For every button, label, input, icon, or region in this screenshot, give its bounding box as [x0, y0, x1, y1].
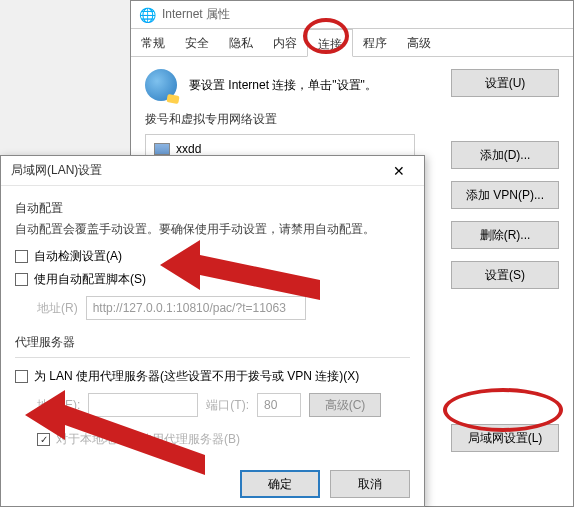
auto-detect-checkbox[interactable] [15, 250, 28, 263]
bypass-local-label: 对于本地地址不使用代理服务器(B) [56, 431, 240, 448]
globe-icon: 🌐 [139, 7, 156, 23]
setup-button[interactable]: 设置(U) [451, 69, 559, 97]
auto-detect-label: 自动检测设置(A) [34, 248, 122, 265]
tab-6[interactable]: 高级 [397, 29, 441, 56]
proxy-port-input[interactable] [257, 393, 301, 417]
tab-0[interactable]: 常规 [131, 29, 175, 56]
lan-settings-dialog: 局域网(LAN)设置 ✕ 自动配置 自动配置会覆盖手动设置。要确保使用手动设置，… [0, 155, 425, 507]
cancel-button[interactable]: 取消 [330, 470, 410, 498]
proxy-port-label: 端口(T): [206, 397, 249, 414]
settings-button[interactable]: 设置(S) [451, 261, 559, 289]
auto-script-label: 使用自动配置脚本(S) [34, 271, 146, 288]
ok-button[interactable]: 确定 [240, 470, 320, 498]
use-proxy-label: 为 LAN 使用代理服务器(这些设置不用于拨号或 VPN 连接)(X) [34, 368, 359, 385]
auto-config-group-label: 自动配置 [15, 200, 410, 217]
delete-button[interactable]: 删除(R)... [451, 221, 559, 249]
close-icon[interactable]: ✕ [384, 159, 414, 183]
advanced-button[interactable]: 高级(C) [309, 393, 381, 417]
auto-config-description: 自动配置会覆盖手动设置。要确保使用手动设置，请禁用自动配置。 [15, 221, 410, 238]
use-proxy-checkbox[interactable] [15, 370, 28, 383]
dialog-title: 局域网(LAN)设置 [11, 162, 102, 179]
tab-5[interactable]: 程序 [353, 29, 397, 56]
dial-section-label: 拨号和虚拟专用网络设置 [145, 111, 559, 128]
window-titlebar: 🌐 Internet 属性 [131, 1, 573, 29]
bypass-local-checkbox[interactable] [37, 433, 50, 446]
lan-settings-button[interactable]: 局域网设置(L) [451, 424, 559, 452]
tab-1[interactable]: 安全 [175, 29, 219, 56]
proxy-address-input[interactable] [88, 393, 198, 417]
tab-4[interactable]: 连接 [307, 29, 353, 57]
auto-script-checkbox[interactable] [15, 273, 28, 286]
connection-icon [154, 143, 170, 155]
window-title: Internet 属性 [162, 6, 230, 23]
tab-2[interactable]: 隐私 [219, 29, 263, 56]
setup-hint-text: 要设置 Internet 连接，单击"设置"。 [189, 77, 377, 94]
proxy-group-label: 代理服务器 [15, 334, 410, 351]
add-button[interactable]: 添加(D)... [451, 141, 559, 169]
script-address-label: 地址(R) [37, 300, 78, 317]
tab-strip: 常规安全隐私内容连接程序高级 [131, 29, 573, 57]
script-address-input[interactable] [86, 296, 306, 320]
add-vpn-button[interactable]: 添加 VPN(P)... [451, 181, 559, 209]
tab-3[interactable]: 内容 [263, 29, 307, 56]
proxy-address-label: 地址(E): [37, 397, 80, 414]
divider [15, 357, 410, 358]
earth-icon [145, 69, 177, 101]
dialog-titlebar: 局域网(LAN)设置 ✕ [1, 156, 424, 186]
dial-entry: xxdd [176, 142, 201, 156]
